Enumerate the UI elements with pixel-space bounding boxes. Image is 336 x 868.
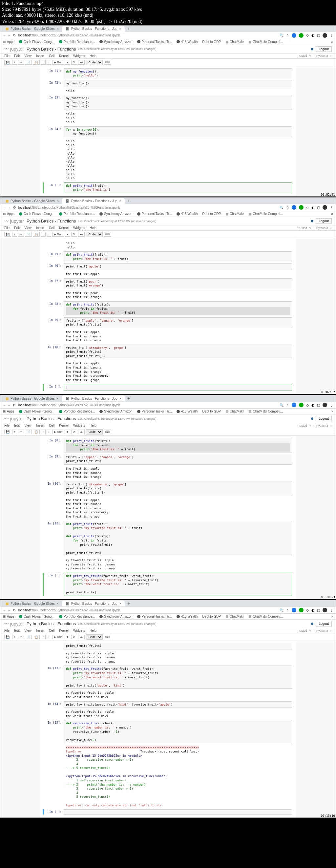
bookmark[interactable]: Synchrony Amazon (99, 40, 132, 44)
restart-run-icon[interactable]: ▸▸ (78, 60, 85, 65)
checkpoint-text: Last Checkpoint: Yesterday at 12:40 PM (… (78, 47, 156, 51)
bookmark[interactable]: Cash Flows - Goog... (19, 40, 55, 44)
code-cell[interactable]: def my_function(): print('hello') (64, 68, 292, 79)
bookmark-apps[interactable]: ⊞ Apps (3, 40, 14, 44)
jupyter-toolbar: 💾 + ✂ 📄 📋 ↑ ↓ ▶ Run ■ ⟳ ▸▸ Code ⌨ (0, 59, 336, 66)
edit-icon[interactable]: ✎ (309, 54, 312, 57)
trusted-label: Trusted (297, 54, 307, 57)
url-bar[interactable]: localhost:8888/notebooks/Python%20Basics… (19, 33, 277, 37)
bookmark[interactable]: ▤ ChatMakr Competi... (248, 40, 283, 44)
kernel-idle-icon: ○ (330, 54, 332, 57)
command-palette-icon[interactable]: ⌨ (104, 60, 111, 65)
reload-icon[interactable]: ⟳ (13, 33, 16, 37)
browser-tabs: ▦Python Basics - Google Slides× 📓Python … (0, 26, 336, 32)
cell-prompt: In [1]: (44, 68, 64, 79)
bookmark-overflow[interactable]: » (331, 40, 333, 44)
jupyter-logo-icon[interactable]: 〰 jupyter (4, 46, 24, 52)
menu-cell[interactable]: Cell (49, 54, 55, 58)
menu-icon[interactable]: ⋮ (330, 33, 333, 37)
new-tab-button[interactable]: + (125, 26, 132, 31)
code-cell[interactable]: my_function() my_function() my_function(… (64, 95, 292, 110)
run-button[interactable]: ▶ Run (52, 60, 64, 65)
bookmark[interactable]: 416 Wealth (177, 40, 197, 44)
file-info: File: 1. Functions.mp4 Size: 79497991 by… (0, 0, 336, 25)
menu-file[interactable]: File (4, 54, 9, 58)
move-down-icon[interactable]: ↓ (47, 60, 52, 65)
menu-widgets[interactable]: Widgets (73, 54, 85, 58)
add-cell-icon[interactable]: + (12, 60, 17, 65)
logout-button[interactable]: Logout (316, 46, 332, 52)
ext-icon[interactable] (299, 33, 304, 38)
jupyter-menu: File Edit View Insert Cell Kernel Widget… (0, 54, 336, 59)
screenshot-panel-4: ▦Python Basics - Google Slides×📓Python B… (0, 600, 336, 818)
copy-icon[interactable]: 📄 (25, 60, 32, 65)
close-icon[interactable]: × (119, 27, 121, 31)
tab-jupyter[interactable]: 📓Python Basics - Functions - Jup× (62, 26, 125, 32)
menu-edit[interactable]: Edit (14, 54, 20, 58)
bookmark[interactable]: Debt to GDP (202, 40, 221, 44)
profile-icon[interactable] (323, 33, 327, 38)
restart-icon[interactable]: ⟳ (71, 60, 77, 65)
cast-icon[interactable]: ▢ (317, 33, 320, 37)
bookmarks-bar: ⊞ Apps Cash Flows - Goog... Portfolio Re… (0, 39, 336, 45)
output-cell: hello hello hello hello hello hello hell… (64, 138, 292, 182)
nav-back-forward[interactable]: ← → (3, 33, 10, 37)
move-up-icon[interactable]: ↑ (41, 60, 45, 65)
error-output: ----------------------------------------… (64, 744, 292, 808)
screenshot-panel-1: ▦Python Basics - Google Slides× 📓Python … (0, 25, 336, 196)
close-icon[interactable]: × (57, 27, 59, 31)
ext-icon[interactable]: ◐ (311, 33, 314, 37)
search-icon[interactable]: 🔍 (280, 33, 283, 37)
screenshot-panel-2: ▦Python Basics - Google Slides×📓Python B… (0, 197, 336, 394)
celltype-select[interactable]: Code (86, 60, 103, 65)
bookmark[interactable]: Personal Tasks | Tr... (137, 40, 172, 44)
screenshot-panel-3: ▦Python Basics - Google Slides×📓Python B… (0, 395, 336, 599)
bookmark[interactable]: Portfolio Rebalance... (59, 40, 95, 44)
menu-help[interactable]: Help (90, 54, 96, 58)
kernel-name[interactable]: Python 3 (316, 54, 328, 57)
save-icon[interactable]: 💾 (4, 60, 11, 65)
jupyter-header: 〰 jupyter Python Basics - Functions Last… (0, 45, 336, 54)
menu-view[interactable]: View (24, 54, 31, 58)
ext-icon[interactable]: ◇ (306, 33, 309, 37)
bookmark[interactable]: ▤ ChatMakr (225, 40, 244, 44)
code-cell[interactable]: def print_fruit(fruit): print('the fruit… (64, 182, 292, 193)
menu-kernel[interactable]: Kernel (59, 54, 68, 58)
code-cell[interactable]: my_function() (64, 80, 292, 87)
python-logo-icon: ⬢ (311, 47, 314, 51)
output-cell: hello hello hello (64, 111, 292, 125)
cut-icon[interactable]: ✂ (18, 60, 24, 65)
notebook-title[interactable]: Python Basics - Functions (27, 46, 76, 52)
paste-icon[interactable]: 📋 (33, 60, 40, 65)
stop-icon[interactable]: ■ (65, 60, 70, 65)
tab-slides[interactable]: ▦Python Basics - Google Slides× (2, 26, 62, 32)
code-cell[interactable]: for x in range(10): my_function() (64, 126, 292, 137)
star-icon[interactable]: ☆ (286, 33, 289, 37)
timestamp: 00:02:21 (321, 193, 335, 196)
output-cell: hello (64, 88, 292, 94)
ext-icon[interactable] (292, 33, 296, 38)
menu-insert[interactable]: Insert (36, 54, 44, 58)
notebook-body: In [1]:def my_function(): print('hello')… (40, 66, 296, 196)
